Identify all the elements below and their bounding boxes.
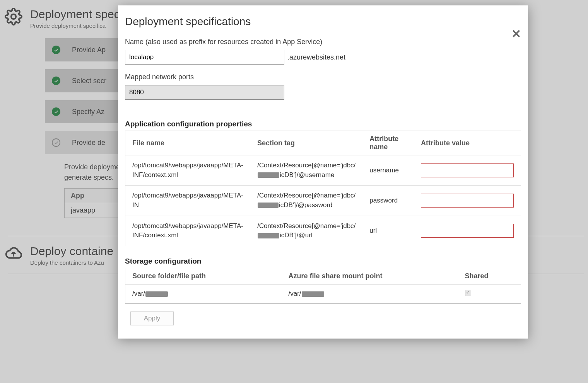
close-icon: ✕ — [511, 27, 521, 40]
cell-mount: /var/ — [282, 284, 458, 303]
cell-file: /opt/tomcat9/webapps/javaapp/META-IN — [125, 186, 250, 216]
shared-checkbox — [465, 290, 471, 296]
close-button[interactable]: ✕ — [511, 27, 521, 41]
appconfig-table: File name Section tag Attribute name Att… — [125, 131, 521, 246]
cell-section: /Context/Resource[@name='jdbc/icDB']/@pa… — [250, 186, 362, 216]
cell-val — [414, 216, 521, 246]
password-input[interactable] — [421, 194, 514, 208]
cell-file: /opt/tomcat9/webapps/javaapp/META-INF/co… — [125, 216, 250, 246]
ports-input — [125, 85, 284, 100]
storage-heading: Storage configuration — [125, 257, 521, 266]
table-row: /opt/tomcat9/webapps/javaapp/META-INF/co… — [125, 216, 521, 246]
col-mount: Azure file share mount point — [282, 268, 458, 284]
col-val: Attribute value — [414, 131, 521, 155]
deployment-spec-dialog: Deployment specifications ✕ Name (also u… — [118, 5, 528, 339]
redacted-block — [258, 203, 279, 208]
cell-source: /var/ — [125, 284, 282, 303]
appconfig-heading: Application configuration properties — [125, 120, 521, 128]
cell-attr: password — [362, 186, 414, 216]
col-shared: Shared — [458, 268, 521, 284]
redacted-block — [258, 172, 279, 178]
redacted-block — [258, 233, 279, 238]
cell-shared — [458, 284, 521, 303]
name-label: Name (also used as prefix for resources … — [125, 38, 521, 46]
table-row: /opt/tomcat9/webapps/javaapp/META-IN /Co… — [125, 186, 521, 216]
table-row: /var/ /var/ — [125, 284, 521, 303]
apply-button[interactable]: Apply — [130, 312, 174, 325]
dialog-title: Deployment specifications — [125, 15, 521, 28]
col-attr: Attribute name — [362, 131, 414, 155]
cell-val — [414, 186, 521, 216]
col-section: Section tag — [250, 131, 362, 155]
cell-file: /opt/tomcat9/webapps/javaapp/META-INF/co… — [125, 155, 250, 186]
table-row: /opt/tomcat9/webapps/javaapp/META-INF/co… — [125, 155, 521, 186]
ports-label: Mapped network ports — [125, 73, 521, 81]
col-source: Source folder/file path — [125, 268, 282, 284]
name-input[interactable] — [125, 50, 284, 65]
cell-section: /Context/Resource[@name='jdbc/icDB']/@ur… — [250, 216, 362, 246]
username-input[interactable] — [421, 163, 514, 177]
cell-val — [414, 155, 521, 186]
cell-attr: username — [362, 155, 414, 186]
name-suffix: .azurewebsites.net — [287, 53, 345, 61]
storage-table: Source folder/file path Azure file share… — [125, 268, 521, 304]
col-file: File name — [125, 131, 250, 155]
redacted-block — [145, 291, 168, 297]
url-input[interactable] — [421, 224, 514, 238]
cell-section: /Context/Resource[@name='jdbc/icDB']/@us… — [250, 155, 362, 186]
cell-attr: url — [362, 216, 414, 246]
redacted-block — [302, 291, 324, 297]
